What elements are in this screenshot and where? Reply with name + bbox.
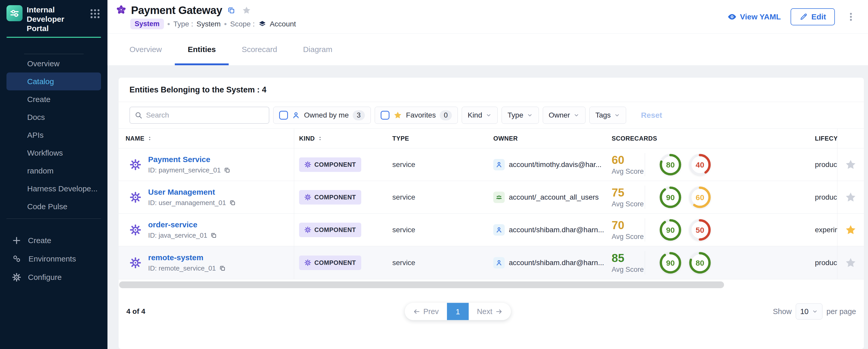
type-value: service: [392, 226, 493, 234]
type-value: service: [392, 160, 493, 169]
sidebar-divider: [24, 54, 84, 54]
horizontal-scrollbar[interactable]: [119, 281, 724, 288]
favorite-star-icon[interactable]: [845, 191, 857, 203]
reset-filters-button[interactable]: Reset: [641, 111, 662, 120]
table-row: remote-system ID: remote_service_01 COMP: [119, 246, 864, 279]
copy-id-icon[interactable]: [229, 199, 236, 206]
owner-dropdown[interactable]: Owner: [543, 107, 586, 124]
tab-scorecard[interactable]: Scorecard: [229, 34, 290, 65]
scorecard-gauge: 80: [658, 153, 682, 177]
column-divider: [294, 129, 294, 279]
column-header-owner: OWNER: [493, 135, 612, 142]
prev-page-button[interactable]: Prev: [405, 303, 447, 320]
owned-by-me-filter[interactable]: Owned by me 3: [273, 107, 371, 124]
show-label: Show: [773, 307, 792, 316]
system-badge: System: [130, 19, 164, 29]
sidebar-nav: Overview Catalog Create Docs APIs Workfl…: [0, 55, 107, 215]
sidebar-item-workflows[interactable]: Workflows: [6, 144, 101, 162]
favorite-cell: [837, 181, 864, 214]
per-page-label: per page: [827, 307, 856, 316]
avg-score-label: Avg Score: [612, 266, 645, 274]
sort-icon: [317, 136, 323, 141]
chevron-down-icon: [614, 112, 620, 118]
favorite-star-icon[interactable]: [845, 257, 857, 269]
type-value: service: [392, 193, 493, 201]
tab-entities[interactable]: Entities: [175, 34, 229, 65]
owner-value: account/shibam.dhar@harn...: [509, 226, 604, 234]
column-header-kind[interactable]: KIND: [294, 135, 392, 142]
page-size-select[interactable]: 10: [796, 304, 822, 319]
view-yaml-button[interactable]: View YAML: [727, 12, 781, 22]
app-grid-icon[interactable]: [89, 8, 101, 33]
sidebar-item-create-entity[interactable]: Create: [0, 231, 107, 250]
favorite-star-icon[interactable]: [845, 159, 857, 170]
sidebar-item-code-pulse[interactable]: Code Pulse: [6, 197, 101, 215]
favorites-filter[interactable]: Favorites 0: [375, 107, 458, 124]
sidebar-item-catalog[interactable]: Catalog: [6, 72, 101, 90]
tab-diagram[interactable]: Diagram: [290, 34, 345, 65]
entity-link[interactable]: remote-system: [148, 253, 226, 262]
search-input[interactable]: [146, 111, 264, 119]
owner-value: account/_account_all_users: [509, 193, 599, 201]
breadcrumb: System • Type : System • Scope : Account: [130, 19, 296, 29]
page-number-button[interactable]: 1: [447, 303, 469, 320]
copy-id-icon[interactable]: [210, 232, 217, 239]
more-options-kebab-icon[interactable]: [845, 10, 857, 24]
main-panel: Payment Gateway System • Type : System •…: [107, 0, 868, 349]
sliders-icon: [9, 7, 20, 19]
chevron-down-icon: [527, 112, 533, 118]
sidebar-item-create[interactable]: Create: [6, 90, 101, 108]
kind-dropdown[interactable]: Kind: [462, 107, 498, 124]
entity-link[interactable]: Payment Service: [148, 155, 230, 164]
scorecard-gauge: 40: [688, 153, 712, 177]
tags-dropdown[interactable]: Tags: [589, 107, 626, 124]
sidebar-item-harness-developer[interactable]: Harness Develope...: [6, 180, 101, 197]
sidebar-item-overview[interactable]: Overview: [6, 55, 101, 72]
next-page-button[interactable]: Next: [469, 303, 511, 320]
scorecard-gauge: 90: [658, 185, 682, 209]
tab-overview[interactable]: Overview: [117, 34, 175, 65]
scorecard-gauge: 50: [688, 218, 712, 242]
sidebar-item-random[interactable]: random: [6, 162, 101, 180]
page-size-value: 10: [800, 307, 808, 316]
table-header-row: NAME KIND TYPE OWNER SCORECARDS LIFECYCL…: [119, 129, 864, 148]
table-row: order-service ID: java_service_01 COMPON: [119, 214, 864, 246]
copy-title-icon[interactable]: [227, 6, 236, 14]
favorites-checkbox[interactable]: [381, 111, 390, 120]
kind-badge: COMPONENT: [299, 256, 361, 270]
gear-icon: [304, 259, 311, 266]
sidebar-item-configure[interactable]: Configure: [0, 268, 107, 286]
entities-table: NAME KIND TYPE OWNER SCORECARDS LIFECYCL…: [119, 128, 864, 279]
copy-id-icon[interactable]: [224, 167, 230, 173]
favorite-star-icon[interactable]: [845, 224, 857, 236]
owned-by-me-checkbox[interactable]: [279, 111, 288, 120]
favorites-sticky-column: [837, 129, 864, 279]
owned-by-me-count: 3: [353, 110, 365, 120]
avg-score-value: 75: [612, 186, 645, 199]
component-gear-icon: [129, 257, 142, 269]
kind-badge: COMPONENT: [299, 223, 361, 237]
sidebar-item-docs[interactable]: Docs: [6, 108, 101, 126]
column-header-name[interactable]: NAME: [119, 135, 294, 142]
sidebar-item-apis[interactable]: APIs: [6, 126, 101, 144]
sidebar-item-environments[interactable]: Environments: [0, 250, 107, 268]
type-value: service: [392, 259, 493, 267]
svg-text:40: 40: [695, 160, 704, 169]
svg-text:90: 90: [666, 193, 675, 202]
entity-link[interactable]: User Management: [148, 188, 236, 196]
favorites-label: Favorites: [406, 111, 436, 119]
scorecard-gauge: 90: [658, 251, 682, 275]
entity-link[interactable]: order-service: [148, 220, 217, 229]
owner-value: account/timothy.davis@har...: [509, 160, 601, 169]
owner-user-icon: [493, 257, 505, 268]
edit-button[interactable]: Edit: [790, 8, 835, 25]
copy-id-icon[interactable]: [219, 265, 226, 272]
person-icon: [292, 111, 300, 119]
type-dropdown[interactable]: Type: [502, 107, 539, 124]
sidebar: Internal Developer Portal Overview Catal…: [0, 0, 107, 349]
column-label: KIND: [299, 135, 315, 142]
pagination-bar: 4 of 4 Prev 1 Next Show: [119, 296, 864, 327]
page-title: Payment Gateway: [131, 4, 222, 17]
svg-text:60: 60: [695, 193, 704, 202]
favorite-title-star-icon[interactable]: [242, 6, 251, 15]
